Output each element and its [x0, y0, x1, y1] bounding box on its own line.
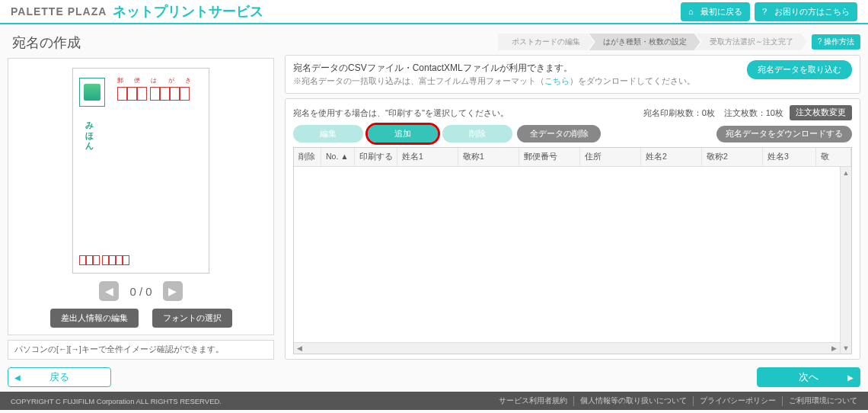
brand-logo-2: ネットプリントサービス — [113, 2, 263, 21]
sender-zip-boxes — [79, 255, 129, 265]
col-delete[interactable]: 削除 — [294, 148, 321, 166]
add-row-button[interactable]: 追加 — [368, 125, 438, 142]
order-count-value: 10枚 — [766, 108, 783, 117]
import-panel: 宛名データを取り込む 宛名データのCSVファイル・ContactXMLファイルが… — [285, 55, 860, 94]
home-icon: ⌂ — [688, 7, 697, 16]
back-button[interactable]: 戻る — [8, 367, 111, 387]
col-addr[interactable]: 住所 — [580, 148, 641, 166]
col-title1[interactable]: 敬称1 — [458, 148, 519, 166]
pager-text: 0 / 0 — [129, 285, 152, 298]
download-data-button[interactable]: 宛名データをダウンロードする — [716, 126, 852, 142]
change-order-count-button[interactable]: 注文枚数変更 — [790, 105, 852, 120]
next-page-button[interactable]: ▶ — [163, 281, 183, 301]
col-title2[interactable]: 敬称2 — [702, 148, 763, 166]
address-grid: 削除 No. ▲ 印刷する 姓名1 敬称1 郵便番号 住所 姓名2 敬称2 姓名… — [293, 147, 852, 354]
csv-sub-post: ）をダウンロードしてください。 — [570, 76, 695, 85]
horizontal-scrollbar[interactable]: ◀ ▶ — [294, 342, 840, 354]
font-select-button[interactable]: フォントの選択 — [152, 309, 232, 328]
csv-sub-pre: ※宛名データの一括取り込みは、富士フイルム専用フォーマット（ — [293, 76, 544, 85]
operation-guide-button[interactable]: ? 操作方法 — [812, 34, 860, 50]
print-instruction: 宛名を使用する場合は、"印刷する"を選択してください。 — [293, 107, 509, 119]
footer-terms-link[interactable]: サービス利用者規約 — [493, 396, 567, 406]
question-icon: ? — [818, 37, 824, 46]
step-type-count[interactable]: はがき種類・枚数の設定 — [589, 34, 700, 50]
page-title: 宛名の作成 — [8, 34, 274, 52]
prev-page-button[interactable]: ◀ — [99, 281, 119, 301]
delete-all-button[interactable]: 全データの削除 — [517, 125, 601, 142]
grid-body: ▲ ▼ ◀ ▶ — [294, 167, 851, 354]
postcard-label: 郵 便 は が き — [117, 76, 196, 85]
col-zip[interactable]: 郵便番号 — [519, 148, 580, 166]
question-icon: ? — [762, 7, 771, 16]
vertical-scrollbar[interactable]: ▲ ▼ — [840, 167, 851, 354]
preview-panel: 郵 便 は が き みほん ◀ 0 / 0 ▶ 差出人情報の編集 フォントの選択 — [8, 58, 274, 335]
grid-header: 削除 No. ▲ 印刷する 姓名1 敬称1 郵便番号 住所 姓名2 敬称2 姓名… — [294, 148, 851, 167]
step-postcard-edit[interactable]: ポストカードの編集 — [498, 34, 594, 50]
scroll-down-icon[interactable]: ▼ — [841, 342, 851, 354]
footer-privacy-handling-link[interactable]: 個人情報等の取り扱いについて — [573, 396, 687, 406]
keyboard-hint: パソコンの[←][→]キーで全件イメージ確認ができます。 — [8, 340, 274, 360]
print-count-label: 宛名印刷枚数： — [643, 108, 702, 117]
help-button-label: お困りの方はこちら — [774, 6, 850, 18]
postcard-preview: 郵 便 は が き みほん — [72, 68, 209, 274]
recipient-zip-boxes — [117, 87, 190, 101]
delete-row-button[interactable]: 削除 — [442, 125, 512, 142]
next-button[interactable]: 次へ — [757, 367, 860, 387]
stamp-icon — [79, 78, 105, 107]
address-panel: 宛名を使用する場合は、"印刷する"を選択してください。 宛名印刷枚数：0枚 注文… — [285, 98, 860, 360]
print-count-value: 0枚 — [702, 108, 715, 117]
import-data-button[interactable]: 宛名データを取り込む — [747, 60, 852, 79]
col-print[interactable]: 印刷する — [355, 148, 397, 166]
scroll-up-icon[interactable]: ▲ — [841, 167, 851, 178]
operation-guide-label: 操作方法 — [824, 37, 854, 46]
sender-edit-button[interactable]: 差出人情報の編集 — [50, 309, 139, 328]
col-name1[interactable]: 姓名1 — [397, 148, 458, 166]
order-count-label: 注文枚数： — [724, 108, 766, 117]
scroll-right-icon[interactable]: ▶ — [828, 343, 840, 354]
col-name2[interactable]: 姓名2 — [641, 148, 702, 166]
step-receive-order[interactable]: 受取方法選択～注文完了 — [696, 34, 807, 50]
footer-privacy-policy-link[interactable]: プライバシーポリシー — [693, 396, 776, 406]
home-button-label: 最初に戻る — [700, 6, 742, 18]
edit-row-button[interactable]: 編集 — [293, 125, 363, 142]
col-no[interactable]: No. ▲ — [321, 148, 355, 166]
home-button[interactable]: ⌂最初に戻る — [681, 2, 750, 21]
col-extra[interactable]: 敬 — [816, 148, 851, 166]
help-button[interactable]: ?お困りの方はこちら — [755, 2, 857, 21]
format-download-link[interactable]: こちら — [544, 76, 570, 85]
copyright: COPYRIGHT C FUJIFILM Corporation ALL RIG… — [11, 397, 222, 405]
scroll-left-icon[interactable]: ◀ — [294, 343, 305, 354]
footer-environment-link[interactable]: ご利用環境について — [782, 396, 857, 406]
brand-logo-1: PALETTE PLAZA — [11, 5, 107, 18]
col-name3[interactable]: 姓名3 — [763, 148, 816, 166]
sample-watermark: みほん — [84, 116, 95, 146]
